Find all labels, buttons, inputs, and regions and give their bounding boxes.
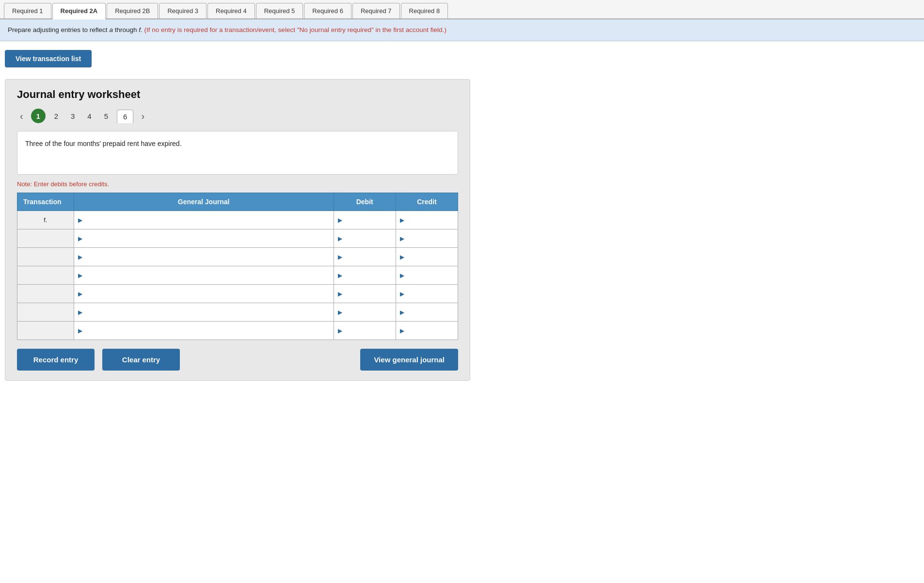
gj-input-6[interactable] (84, 308, 330, 317)
debit-arrow-2: ▶ (338, 235, 342, 242)
gj-cell-6[interactable]: ▶ (74, 303, 334, 322)
page-prev-arrow[interactable]: ‹ (17, 110, 26, 123)
gj-input-1[interactable] (84, 215, 330, 225)
view-transaction-list-button[interactable]: View transaction list (5, 50, 92, 67)
credit-cell-6[interactable]: ▶ (396, 303, 458, 322)
gj-input-7[interactable] (84, 326, 330, 335)
col-header-transaction: Transaction (17, 193, 74, 211)
gj-cell-4[interactable]: ▶ (74, 266, 334, 285)
col-header-credit: Credit (396, 193, 458, 211)
tab-required2a[interactable]: Required 2A (52, 3, 106, 19)
table-row: ▶ ▶ ▶ (17, 266, 458, 285)
debit-cell-6[interactable]: ▶ (334, 303, 396, 322)
debit-input-1[interactable] (344, 215, 392, 225)
main-card: Journal entry worksheet ‹ 1 2 3 4 5 6 › … (5, 79, 470, 381)
gj-input-3[interactable] (84, 252, 330, 261)
debit-input-7[interactable] (344, 326, 392, 335)
gj-input-2[interactable] (84, 234, 330, 243)
description-text: Three of the four months' prepaid rent h… (25, 140, 182, 147)
transaction-cell-4 (17, 266, 74, 285)
gj-cell-2[interactable]: ▶ (74, 229, 334, 248)
credit-input-5[interactable] (406, 289, 454, 298)
table-row: ▶ ▶ ▶ (17, 229, 458, 248)
description-box: Three of the four months' prepaid rent h… (17, 131, 458, 175)
credit-arrow-7: ▶ (400, 327, 404, 334)
credit-cell-1[interactable]: ▶ (396, 211, 458, 229)
debit-input-6[interactable] (344, 308, 392, 317)
gj-cell-7[interactable]: ▶ (74, 322, 334, 340)
clear-entry-button[interactable]: Clear entry (102, 349, 180, 371)
debit-cell-2[interactable]: ▶ (334, 229, 396, 248)
gj-input-5[interactable] (84, 289, 330, 298)
instruction-plain2: through (115, 26, 139, 33)
credit-cell-3[interactable]: ▶ (396, 248, 458, 266)
debit-arrow-4: ▶ (338, 272, 342, 279)
page-5[interactable]: 5 (100, 110, 112, 122)
tab-required4[interactable]: Required 4 (207, 3, 255, 18)
transaction-cell-6 (17, 303, 74, 322)
debit-arrow-7: ▶ (338, 327, 342, 334)
tab-required2b[interactable]: Required 2B (107, 3, 158, 18)
record-entry-button[interactable]: Record entry (17, 349, 95, 371)
tab-required1[interactable]: Required 1 (4, 3, 51, 18)
credit-cell-5[interactable]: ▶ (396, 285, 458, 303)
debit-input-4[interactable] (344, 271, 392, 280)
credit-input-7[interactable] (406, 326, 454, 335)
credit-cell-7[interactable]: ▶ (396, 322, 458, 340)
credit-input-4[interactable] (406, 271, 454, 280)
transaction-cell-2 (17, 229, 74, 248)
journal-table: Transaction General Journal Debit Credit… (17, 193, 458, 340)
instruction-plain: Prepare adjusting entries to reflect (8, 26, 109, 33)
page-3[interactable]: 3 (67, 110, 79, 122)
credit-input-3[interactable] (406, 252, 454, 261)
page-1[interactable]: 1 (31, 109, 46, 123)
table-row: ▶ ▶ ▶ (17, 303, 458, 322)
credit-input-2[interactable] (406, 234, 454, 243)
debit-cell-1[interactable]: ▶ (334, 211, 396, 229)
debit-arrow-3: ▶ (338, 254, 342, 260)
tab-required8[interactable]: Required 8 (401, 3, 448, 18)
instruction-banner: Prepare adjusting entries to reflect a t… (0, 19, 924, 41)
arrow-icon-3: ▶ (78, 254, 82, 260)
credit-arrow-1: ▶ (400, 217, 404, 224)
credit-input-1[interactable] (406, 215, 454, 225)
page-4[interactable]: 4 (83, 110, 95, 122)
debit-cell-7[interactable]: ▶ (334, 322, 396, 340)
credit-arrow-6: ▶ (400, 309, 404, 316)
gj-cell-3[interactable]: ▶ (74, 248, 334, 266)
debit-cell-5[interactable]: ▶ (334, 285, 396, 303)
table-row: ▶ ▶ ▶ (17, 248, 458, 266)
arrow-icon-2: ▶ (78, 235, 82, 242)
tab-required6[interactable]: Required 6 (304, 3, 351, 18)
credit-cell-2[interactable]: ▶ (396, 229, 458, 248)
view-general-journal-button[interactable]: View general journal (360, 349, 458, 371)
tab-required5[interactable]: Required 5 (256, 3, 303, 18)
arrow-icon-4: ▶ (78, 272, 82, 279)
table-row: ▶ ▶ ▶ (17, 285, 458, 303)
debit-arrow-1: ▶ (338, 217, 342, 224)
gj-cell-1[interactable]: ▶ (74, 211, 334, 229)
debit-input-2[interactable] (344, 234, 392, 243)
transaction-cell-1: f. (17, 211, 74, 229)
arrow-icon-1: ▶ (78, 217, 82, 224)
credit-arrow-2: ▶ (400, 235, 404, 242)
page-next-arrow[interactable]: › (138, 110, 147, 123)
gj-input-4[interactable] (84, 271, 330, 280)
note-text: Note: Enter debits before credits. (17, 180, 458, 188)
page-6[interactable]: 6 (117, 110, 133, 123)
debit-cell-4[interactable]: ▶ (334, 266, 396, 285)
instruction-red: (If no entry is required for a transacti… (144, 26, 446, 33)
debit-input-3[interactable] (344, 252, 392, 261)
debit-input-5[interactable] (344, 289, 392, 298)
credit-input-6[interactable] (406, 308, 454, 317)
credit-cell-4[interactable]: ▶ (396, 266, 458, 285)
tab-required7[interactable]: Required 7 (352, 3, 400, 18)
gj-cell-5[interactable]: ▶ (74, 285, 334, 303)
tab-required3[interactable]: Required 3 (159, 3, 207, 18)
transaction-cell-3 (17, 248, 74, 266)
page-2[interactable]: 2 (50, 110, 62, 122)
col-header-debit: Debit (334, 193, 396, 211)
debit-cell-3[interactable]: ▶ (334, 248, 396, 266)
col-header-general-journal: General Journal (74, 193, 334, 211)
credit-arrow-3: ▶ (400, 254, 404, 260)
